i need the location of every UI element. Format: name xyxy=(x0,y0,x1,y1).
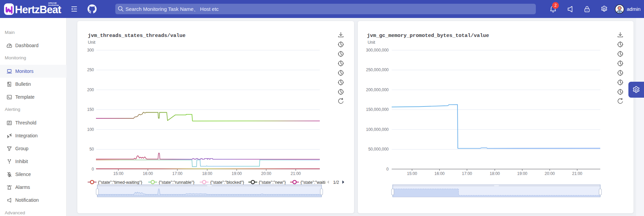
svg-text:50,000,000: 50,000,000 xyxy=(368,147,389,152)
svg-text:200,000,000: 200,000,000 xyxy=(366,87,389,92)
svg-text:150,000,000: 150,000,000 xyxy=(366,107,389,112)
svg-text:18:00: 18:00 xyxy=(202,171,212,176)
svg-text:100: 100 xyxy=(87,127,94,132)
svg-text:16:00: 16:00 xyxy=(434,171,445,176)
svg-text:17:00: 17:00 xyxy=(172,171,182,176)
svg-text:{"state":"timed-waiting"}: {"state":"timed-waiting"} xyxy=(98,180,142,185)
svg-text:{"state":"blocked"}: {"state":"blocked"} xyxy=(210,180,244,185)
svg-text:15:00: 15:00 xyxy=(113,171,123,176)
svg-text:15:00: 15:00 xyxy=(407,171,417,176)
svg-text:20:00: 20:00 xyxy=(545,171,555,176)
svg-text:0: 0 xyxy=(386,167,389,172)
svg-text:200: 200 xyxy=(87,87,94,92)
svg-text:300,000,000: 300,000,000 xyxy=(366,48,389,53)
svg-text:50: 50 xyxy=(90,147,94,152)
svg-text:1/2: 1/2 xyxy=(333,180,339,185)
svg-text:Unit: Unit xyxy=(368,40,375,45)
svg-text:300: 300 xyxy=(87,48,94,53)
svg-text:0: 0 xyxy=(92,167,94,172)
svg-text:18:00: 18:00 xyxy=(490,171,500,176)
svg-text:16:00: 16:00 xyxy=(143,171,153,176)
svg-text:250,000,000: 250,000,000 xyxy=(366,67,389,72)
svg-text:19:00: 19:00 xyxy=(232,171,242,176)
svg-text:jvm_gc_memory_promoted_bytes_t: jvm_gc_memory_promoted_bytes_total/value xyxy=(367,33,489,39)
svg-text:150: 150 xyxy=(87,107,94,112)
svg-text:Unit: Unit xyxy=(88,40,96,45)
svg-text:{"state":"runnable"}: {"state":"runnable"} xyxy=(159,180,194,185)
svg-text:jvm_threads_states_threads/val: jvm_threads_states_threads/value xyxy=(88,33,186,39)
svg-text:{"state":"new"}: {"state":"new"} xyxy=(259,180,286,185)
svg-text:250: 250 xyxy=(87,67,94,72)
svg-text:21:00: 21:00 xyxy=(291,171,301,176)
svg-text:17:00: 17:00 xyxy=(462,171,472,176)
svg-text:20:00: 20:00 xyxy=(261,171,271,176)
svg-text:19:00: 19:00 xyxy=(517,171,527,176)
svg-text:21:00: 21:00 xyxy=(572,171,582,176)
svg-text:100,000,000: 100,000,000 xyxy=(366,127,389,132)
